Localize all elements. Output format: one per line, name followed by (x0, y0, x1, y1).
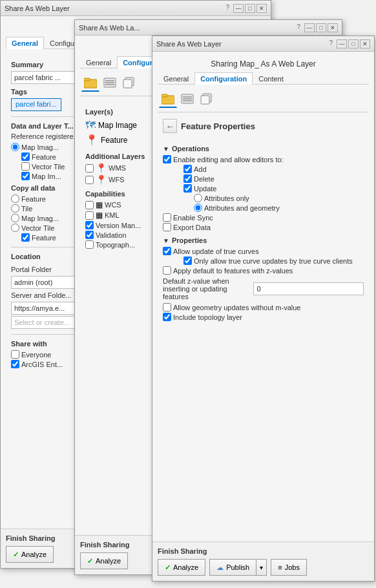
close-btn-3[interactable]: ✕ (360, 39, 370, 48)
window-3: Share As Web Layer ? — □ ✕ Sharing Map_ … (152, 36, 375, 582)
check-feature[interactable] (21, 152, 30, 161)
attributes-geometry-label: Attributes and geometry (204, 204, 280, 212)
attributes-geometry-radio[interactable] (194, 204, 202, 212)
include-topology-check[interactable] (163, 313, 171, 321)
arcgis-ent-check[interactable] (11, 360, 19, 368)
kml-icon: ▦ (96, 211, 103, 220)
wfs-label: WFS (109, 176, 124, 184)
copy-feature2-check[interactable] (21, 233, 30, 242)
version-man-check[interactable] (85, 221, 94, 229)
copy-vector-tile-radio[interactable] (11, 224, 19, 232)
svg-rect-9 (162, 94, 167, 97)
help-icon-3[interactable]: ? (329, 39, 333, 48)
enable-sync-check[interactable] (163, 213, 171, 222)
check-icon-1: ✓ (13, 551, 19, 559)
properties-section-header: ▼ Properties (163, 236, 364, 244)
list-icon-btn[interactable] (101, 74, 119, 92)
tab-general-2[interactable]: General (80, 56, 117, 68)
everyone-check[interactable] (11, 350, 19, 359)
enable-sync-label: Enable Sync (173, 214, 213, 222)
copy-feature-radio[interactable] (11, 194, 19, 203)
properties-label: Properties (172, 236, 207, 244)
validation-check[interactable] (85, 231, 94, 239)
copy-icon-btn[interactable] (120, 74, 138, 92)
validation-label: Validation (96, 231, 127, 239)
back-button[interactable]: ← (163, 119, 177, 133)
folder-icon-btn[interactable] (81, 74, 99, 92)
default-z-input[interactable] (253, 282, 364, 295)
minimize-btn-3[interactable]: — (337, 39, 347, 48)
maximize-btn-1[interactable]: □ (245, 4, 255, 13)
tab-general-1[interactable]: General (6, 37, 44, 49)
tab-configuration-3[interactable]: Configuration (194, 72, 253, 85)
attributes-only-row: Attributes only (163, 194, 364, 202)
wms-check[interactable] (85, 164, 94, 173)
window1-title: Share As Web Layer (5, 5, 70, 12)
apply-default-check[interactable] (163, 266, 171, 275)
tab-general-3[interactable]: General (158, 72, 194, 85)
topography-check[interactable] (85, 240, 94, 249)
copy-map-image-radio[interactable] (11, 214, 19, 222)
analyze-btn-1[interactable]: ✓ Analyze (6, 546, 54, 563)
list-icon-btn-3[interactable] (178, 90, 196, 108)
radio-map-image-label: Map Imag... (21, 143, 59, 151)
chevron-down-icon: ▾ (260, 564, 263, 571)
allow-geometry-label: Allow geometry updates without m-value (173, 304, 300, 311)
operations-arrow: ▼ (163, 145, 169, 152)
delete-check[interactable] (183, 174, 192, 183)
only-allow-true-curve-label: Only allow true curve updates by true cu… (194, 257, 353, 265)
attributes-only-radio[interactable] (194, 194, 202, 202)
help-icon-2[interactable]: ? (297, 23, 300, 32)
close-btn-1[interactable]: ✕ (256, 4, 267, 13)
window2-title: Share As Web La... (79, 24, 140, 32)
wms-icon: 📍 (96, 163, 107, 173)
copy-tile-radio[interactable] (11, 204, 19, 213)
map-image-label: Map Image (98, 121, 137, 130)
export-data-check[interactable] (163, 223, 171, 231)
title-bar-2: Share As Web La... ? — □ ✕ (75, 20, 342, 36)
finish-sharing-3: Finish Sharing ✓ Analyze ☁ Publish ▾ ≡ J… (152, 541, 374, 581)
kml-check[interactable] (85, 211, 94, 220)
add-check[interactable] (183, 165, 192, 173)
window3-title: Share As Web Layer (156, 40, 222, 48)
version-man-label: Version Man... (96, 222, 141, 229)
arcgis-ent-label: ArcGIS Ent... (21, 361, 63, 368)
only-allow-true-curve-check[interactable] (183, 257, 192, 265)
publish-dropdown-btn[interactable]: ▾ (256, 559, 267, 576)
minimize-btn-1[interactable]: — (233, 4, 244, 13)
copy-svg (123, 77, 136, 89)
maximize-btn-3[interactable]: □ (348, 39, 359, 48)
tags-input[interactable]: parcel fabri... (11, 98, 61, 111)
copy-icon-btn-3[interactable] (198, 90, 216, 108)
apply-default-row: Apply default to features with z-values (163, 266, 364, 275)
update-check[interactable] (183, 184, 192, 193)
map-image-icon: 🗺 (85, 120, 96, 131)
include-topology-label: Include topology layer (173, 313, 242, 321)
wfs-check[interactable] (85, 176, 94, 184)
default-z-row: Default z-value when inserting or updati… (163, 277, 364, 300)
jobs-icon: ≡ (278, 563, 282, 571)
check-map-image[interactable] (21, 172, 30, 180)
maximize-btn-2[interactable]: □ (316, 23, 326, 32)
help-icon[interactable]: ? (225, 4, 229, 13)
enable-editing-check[interactable] (163, 155, 171, 163)
folder-icon-btn-3[interactable] (159, 90, 177, 108)
radio-map-image[interactable] (11, 143, 19, 151)
analyze-btn-3[interactable]: ✓ Analyze (158, 559, 205, 576)
publish-main-btn[interactable]: ☁ Publish (209, 559, 256, 576)
analyze-btn-2[interactable]: ✓ Analyze (80, 552, 128, 569)
close-btn-2[interactable]: ✕ (328, 23, 338, 32)
allow-update-curves-check[interactable] (163, 247, 171, 255)
allow-geometry-check[interactable] (163, 303, 171, 311)
finish-sharing-label-3: Finish Sharing (158, 547, 369, 555)
feature-label: Feature (101, 136, 127, 145)
check-vector-tile[interactable] (21, 162, 30, 171)
minimize-btn-2[interactable]: — (304, 23, 315, 32)
title-bar-controls-1: ? — □ ✕ (225, 4, 267, 13)
wcs-check[interactable] (85, 201, 94, 209)
tab-content-3[interactable]: Content (253, 72, 289, 85)
title-bar-1: Share As Web Layer ? — □ ✕ (1, 1, 271, 16)
finish-buttons-3: ✓ Analyze ☁ Publish ▾ ≡ Jobs (158, 559, 369, 576)
jobs-btn[interactable]: ≡ Jobs (271, 559, 307, 576)
copy-map-image-label: Map Imag... (21, 215, 59, 222)
